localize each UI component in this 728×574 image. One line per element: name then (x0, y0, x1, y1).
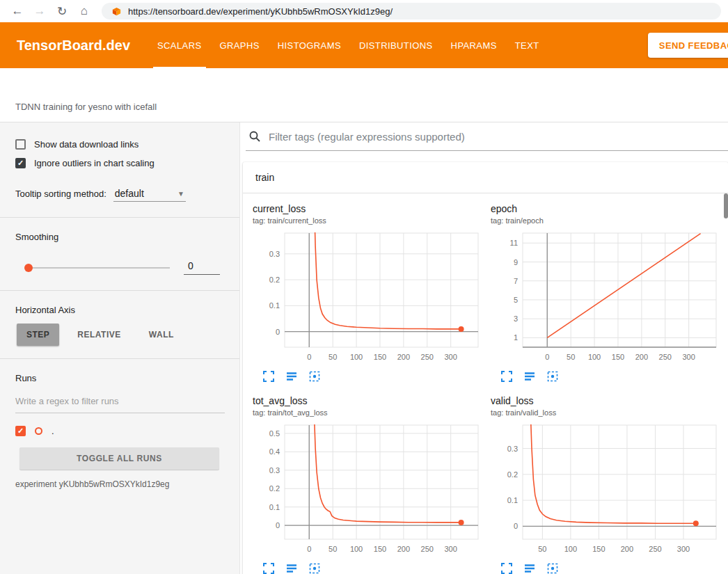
brand-logo[interactable]: TensorBoard.dev (0, 22, 148, 68)
fullscreen-icon[interactable] (262, 370, 275, 383)
search-icon (248, 130, 261, 143)
send-feedback-button[interactable]: SEND FEEDBACK (648, 33, 728, 58)
svg-text:0.2: 0.2 (507, 470, 518, 479)
line-chart-tot-avg-loss[interactable]: 05010015020025030000.10.20.30.40.5 (253, 421, 482, 557)
chart-toolbar (491, 370, 723, 383)
svg-text:0: 0 (514, 522, 518, 530)
toggle-all-runs-button[interactable]: TOGGLE ALL RUNS (19, 447, 219, 470)
svg-text:0: 0 (307, 545, 311, 553)
svg-text:0: 0 (545, 353, 549, 361)
home-icon[interactable]: ⌂ (74, 1, 95, 21)
tag-group-header[interactable]: train (243, 162, 728, 193)
svg-text:50: 50 (329, 545, 337, 553)
ignore-outliers-label: Ignore outliers in chart scaling (34, 158, 155, 168)
line-chart-current-loss[interactable]: 05010015020025030000.10.20.3 (253, 229, 482, 365)
show-download-links-row[interactable]: Show data download links (0, 135, 239, 154)
horizontal-axis-label: Horizontal Axis (0, 305, 239, 315)
smoothing-slider-row: 0 (0, 260, 239, 275)
run-name: . (52, 426, 54, 436)
smoothing-value-input[interactable]: 0 (184, 260, 220, 275)
content: Show data download links Ignore outliers… (0, 122, 728, 574)
tooltip-sorting-select[interactable]: default ▼ (113, 188, 186, 202)
fullscreen-icon[interactable] (500, 562, 513, 574)
fullscreen-icon[interactable] (262, 562, 275, 574)
svg-text:50: 50 (567, 353, 575, 361)
scrollbar-thumb[interactable] (724, 193, 728, 218)
svg-text:0.2: 0.2 (269, 276, 280, 284)
forward-arrow-icon[interactable]: → (29, 1, 50, 21)
runs-list-icon[interactable] (285, 370, 298, 383)
chart-toolbar (491, 562, 723, 574)
tooltip-sorting-row: Tooltip sorting method: default ▼ (0, 188, 239, 202)
svg-text:300: 300 (677, 545, 690, 553)
line-chart-epoch[interactable]: 0501001502002503001357911 (491, 229, 720, 365)
axis-step-button[interactable]: STEP (17, 324, 59, 346)
svg-text:100: 100 (350, 545, 363, 553)
runs-label: Runs (0, 373, 239, 383)
chart-title: epoch (491, 203, 723, 214)
fit-domain-icon[interactable] (308, 562, 321, 574)
address-bar[interactable]: https://tensorboard.dev/experiment/yKUbh… (102, 3, 721, 19)
experiment-caption: experiment yKUbhb5wRmOSXYkId1z9eg (15, 479, 224, 489)
fit-domain-icon[interactable] (308, 370, 321, 383)
svg-text:200: 200 (635, 353, 648, 361)
chart-tag: tag: train/valid_loss (491, 408, 723, 417)
line-chart-valid-loss[interactable]: 5010015020025030000.10.20.3 (491, 421, 720, 557)
svg-text:150: 150 (374, 545, 386, 553)
show-download-links-label: Show data download links (34, 139, 139, 150)
tab-graphs[interactable]: GRAPHS (211, 22, 269, 68)
back-arrow-icon[interactable]: ← (7, 1, 28, 21)
chart-card-current-loss: current_loss tag: train/current_loss 050… (253, 203, 485, 383)
svg-text:5: 5 (514, 296, 518, 304)
train-tag-group-card: train current_loss tag: train/current_lo… (243, 162, 728, 574)
tab-hparams[interactable]: HPARAMS (442, 22, 506, 68)
tag-filter-input[interactable] (269, 131, 725, 143)
checkbox-unchecked-icon[interactable] (15, 139, 26, 150)
reload-icon[interactable]: ↻ (52, 1, 72, 21)
axis-relative-button[interactable]: RELATIVE (68, 324, 130, 346)
svg-text:150: 150 (374, 353, 386, 361)
svg-text:0: 0 (276, 521, 280, 529)
tab-scalars[interactable]: SCALARS (148, 22, 211, 68)
chart-card-tot-avg-loss: tot_avg_loss tag: train/tot_avg_loss 050… (253, 395, 485, 574)
smoothing-slider[interactable] (26, 267, 170, 269)
svg-text:200: 200 (397, 353, 410, 361)
settings-sidebar: Show data download links Ignore outliers… (0, 122, 240, 574)
tooltip-sorting-value: default (115, 188, 144, 199)
fit-domain-icon[interactable] (546, 370, 559, 383)
svg-text:0: 0 (307, 353, 311, 361)
url-text: https://tensorboard.dev/experiment/yKUbh… (128, 6, 393, 17)
ignore-outliers-row[interactable]: Ignore outliers in chart scaling (0, 154, 239, 173)
runs-list-icon[interactable] (285, 562, 298, 574)
chart-card-epoch: epoch tag: train/epoch 05010015020025030… (491, 203, 723, 383)
runs-list-icon[interactable] (523, 370, 536, 383)
tab-distributions[interactable]: DISTRIBUTIONS (350, 22, 442, 68)
fullscreen-icon[interactable] (500, 370, 513, 383)
run-checkbox-icon[interactable] (15, 426, 26, 436)
fit-domain-icon[interactable] (546, 562, 559, 574)
smoothing-slider-thumb[interactable] (24, 264, 33, 272)
tensorboard-favicon (111, 6, 122, 17)
tooltip-sorting-label: Tooltip sorting method: (15, 189, 106, 202)
divider (0, 290, 239, 291)
tab-histograms[interactable]: HISTOGRAMS (269, 22, 350, 68)
chart-title: tot_avg_loss (253, 395, 485, 406)
svg-text:0.1: 0.1 (269, 503, 280, 511)
svg-text:250: 250 (421, 353, 434, 361)
run-color-icon (35, 427, 42, 435)
axis-wall-button[interactable]: WALL (139, 324, 184, 346)
checkbox-checked-icon[interactable] (15, 158, 26, 168)
svg-text:50: 50 (538, 545, 546, 553)
run-row[interactable]: . (0, 426, 239, 436)
svg-text:0.5: 0.5 (269, 429, 280, 438)
svg-text:9: 9 (514, 258, 518, 266)
runs-list-icon[interactable] (523, 562, 536, 574)
tab-text[interactable]: TEXT (506, 22, 548, 68)
chart-tag: tag: train/epoch (491, 216, 723, 225)
browser-toolbar: ← → ↻ ⌂ https://tensorboard.dev/experime… (0, 0, 728, 22)
runs-filter-input[interactable] (15, 393, 225, 413)
svg-text:7: 7 (514, 277, 518, 285)
scalars-main: train current_loss tag: train/current_lo… (240, 122, 728, 574)
svg-text:250: 250 (649, 545, 661, 553)
horizontal-axis-buttons: STEP RELATIVE WALL (0, 324, 239, 346)
